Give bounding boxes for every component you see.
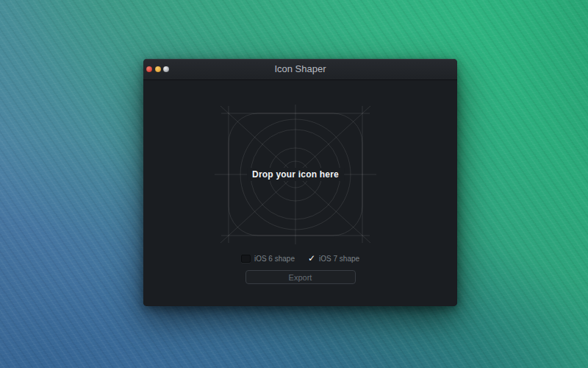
minimize-icon[interactable] <box>155 66 161 72</box>
checkbox-ios7-shape[interactable]: ✓ iOS 7 shape <box>308 255 359 263</box>
window-content: Drop your icon here ✓ iOS 6 shape ✓ iOS … <box>143 80 457 306</box>
checkbox-unchecked-icon[interactable] <box>241 255 251 263</box>
close-icon[interactable] <box>146 66 152 72</box>
checkbox-ios7-label: iOS 7 shape <box>319 255 359 263</box>
checkbox-ios6-label: iOS 6 shape <box>254 255 295 263</box>
title-bar[interactable]: Icon Shaper <box>143 59 457 80</box>
export-button[interactable]: Export <box>245 270 356 284</box>
desktop: Icon Shaper <box>0 0 588 368</box>
window-title: Icon Shaper <box>143 59 457 79</box>
checkbox-ios6-shape[interactable]: ✓ iOS 6 shape <box>241 255 295 263</box>
zoom-icon[interactable] <box>163 66 169 72</box>
shape-options-row: ✓ iOS 6 shape ✓ iOS 7 shape <box>143 252 457 264</box>
app-window: Icon Shaper <box>143 59 457 306</box>
drop-zone-label: Drop your icon here <box>247 168 344 181</box>
checkmark-icon: ✓ <box>308 255 315 262</box>
traffic-lights <box>146 59 169 79</box>
